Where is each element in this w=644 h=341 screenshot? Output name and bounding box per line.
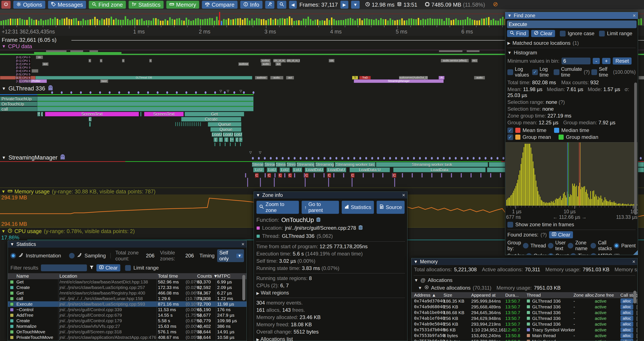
group-by-call-stacks[interactable] xyxy=(590,243,596,248)
message-dot[interactable] xyxy=(473,157,474,160)
alloc-button[interactable]: alloc xyxy=(620,327,633,333)
frame-bar[interactable] xyxy=(411,18,412,25)
frame-bar[interactable] xyxy=(453,20,454,25)
resize-handle[interactable] xyxy=(633,250,638,255)
message-dot[interactable] xyxy=(252,91,254,94)
alloc-button[interactable]: alloc xyxy=(620,333,633,338)
message-dot[interactable] xyxy=(288,157,290,160)
message-dot[interactable] xyxy=(484,157,486,160)
frame-bar[interactable] xyxy=(216,17,218,25)
legend-color-swatch[interactable] xyxy=(515,135,520,140)
frame-bar[interactable] xyxy=(399,20,400,25)
message-dot[interactable] xyxy=(437,157,439,160)
histogram-header-row[interactable]: ▼ Histogram xyxy=(505,49,638,56)
frame-bar[interactable] xyxy=(326,18,328,25)
frame-bar[interactable] xyxy=(308,17,309,25)
zone[interactable]: ScreenText xyxy=(144,112,184,116)
zone[interactable]: LoU xyxy=(280,167,290,172)
cpu-timeline-block[interactable]: c xyxy=(122,59,125,63)
streaming-header[interactable]: ▼StreamingManager xyxy=(2,154,66,161)
message-dot[interactable] xyxy=(51,91,53,94)
column-header[interactable]: MTPC xyxy=(217,273,230,279)
message-dot[interactable] xyxy=(99,91,101,94)
column-header[interactable]: Zone free xyxy=(595,292,614,298)
zone[interactable]: | xyxy=(219,137,223,142)
matched-locations-row[interactable]: ▶ Matched source locations (1) xyxy=(505,38,638,47)
column-header[interactable]: Size xyxy=(444,292,452,298)
cpu-timeline-block[interactable]: Ti xyxy=(352,76,358,80)
frame-bar[interactable] xyxy=(122,20,124,25)
zone[interactable]: Streaming xyxy=(296,162,315,167)
statistics-row[interactable]: Get/mnt/e/claw/src/claw/base/Registry.hp… xyxy=(8,290,246,296)
frame-bar[interactable] xyxy=(261,19,262,25)
message-dot[interactable] xyxy=(395,157,397,160)
scrollbar[interactable] xyxy=(634,83,637,215)
clear-filter-button[interactable]: Clear xyxy=(96,264,120,271)
frame-bar[interactable] xyxy=(96,19,98,25)
frame-bar[interactable] xyxy=(256,18,258,25)
frame-bar[interactable] xyxy=(303,19,304,25)
zoom-tool-button[interactable] xyxy=(277,1,286,9)
zone-info-titlebar[interactable]: ▼ Zone info × xyxy=(254,192,407,199)
message-dot[interactable] xyxy=(300,157,302,160)
frame-bar[interactable] xyxy=(104,20,105,25)
cpu-timeline-block[interactable]: cds_ol_rx_threa xyxy=(286,59,300,63)
message-dot[interactable] xyxy=(270,157,272,160)
frame-bar[interactable] xyxy=(197,18,199,25)
frame-bar[interactable] xyxy=(94,17,96,25)
alloc-button[interactable]: alloc xyxy=(620,316,633,321)
message-dot[interactable] xyxy=(186,91,187,94)
zone[interactable] xyxy=(0,102,254,106)
collapse-icon[interactable]: ▼ xyxy=(418,285,422,290)
message-dot[interactable] xyxy=(401,157,403,160)
frame-bar[interactable] xyxy=(380,18,382,25)
copy-icon[interactable] xyxy=(316,217,321,223)
frame-bar[interactable] xyxy=(300,21,302,25)
group-by-zone-name[interactable] xyxy=(568,243,573,248)
zone[interactable] xyxy=(0,107,254,111)
find-button[interactable]: Find xyxy=(507,30,529,37)
frame-bar[interactable] xyxy=(483,19,485,25)
message-dot[interactable] xyxy=(264,157,266,160)
frame-bar[interactable] xyxy=(172,19,173,25)
options-button[interactable]: Options xyxy=(13,1,46,9)
frame-bar[interactable] xyxy=(144,21,145,25)
frame-bar[interactable] xyxy=(226,20,227,25)
alloc-button[interactable]: alloc xyxy=(620,321,633,327)
cpu-timeline-block[interactable] xyxy=(638,76,644,80)
min-bin-input[interactable] xyxy=(562,58,590,64)
message-dot[interactable] xyxy=(312,157,314,160)
zone[interactable]: ( xyxy=(224,137,228,142)
zone[interactable]: ( xyxy=(41,112,43,116)
cpu-timeline-block[interactable]: audio. xyxy=(270,76,284,80)
close-icon[interactable]: × xyxy=(242,241,244,247)
frame-bar[interactable] xyxy=(427,19,428,25)
statistics-row[interactable]: Get/mnt/e/claw/src/claw/base/AssetDict.h… xyxy=(8,279,246,285)
ignore-case-checkbox[interactable] xyxy=(560,31,566,37)
cpu-timeline-block[interactable]: kwor xyxy=(100,79,108,83)
frame-bar[interactable] xyxy=(322,20,323,25)
frame-bar[interactable] xyxy=(352,19,354,25)
frame-bar[interactable] xyxy=(415,19,417,25)
frame-bar[interactable] xyxy=(249,21,250,25)
frame-bar[interactable] xyxy=(118,20,119,25)
frame-bar[interactable] xyxy=(476,21,478,25)
frame-bar[interactable] xyxy=(61,19,63,25)
frame-bar[interactable] xyxy=(392,20,394,25)
show-zone-time-checkbox[interactable] xyxy=(508,222,513,228)
frame-bar[interactable] xyxy=(640,18,642,25)
zone[interactable]: !S xyxy=(37,112,40,116)
find-zone-histogram[interactable] xyxy=(506,142,638,206)
frame-bar[interactable] xyxy=(42,21,44,25)
frame-bar[interactable] xyxy=(338,20,340,25)
frame-bar[interactable] xyxy=(66,18,68,25)
funnel-icon[interactable] xyxy=(90,265,94,271)
zone-marker[interactable]: ▽ xyxy=(220,89,222,93)
message-dot[interactable] xyxy=(166,91,168,94)
cpu-usage-header[interactable]: ▼CPU usage (y-range: 0.78%, visible data… xyxy=(1,228,135,234)
zone[interactable]: C xyxy=(305,173,308,178)
zone[interactable]: ScreenText xyxy=(45,112,139,116)
frame-bar[interactable] xyxy=(64,19,65,25)
message-dot[interactable] xyxy=(359,157,361,160)
frame-bar[interactable] xyxy=(448,18,450,25)
